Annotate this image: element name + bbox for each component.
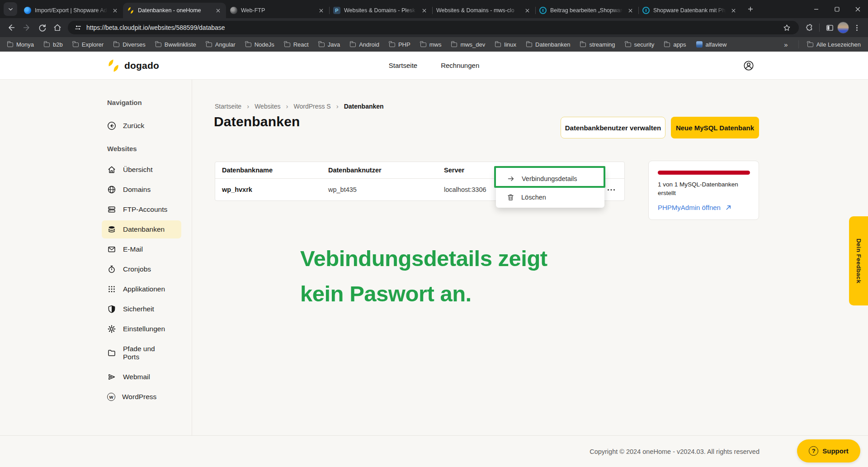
sidebar-item-uebersicht[interactable]: Übersicht [102, 161, 181, 179]
browser-tab[interactable]: Web-FTP [226, 3, 329, 18]
breadcrumb-wordpress[interactable]: WordPress S [293, 103, 330, 110]
profile-avatar[interactable] [837, 22, 849, 33]
menu-item-loeschen[interactable]: Löschen [496, 188, 604, 206]
alfaview-avatar-icon [696, 41, 703, 48]
close-window-button[interactable] [847, 0, 868, 18]
tab-close-icon[interactable] [524, 7, 531, 14]
breadcrumb-websites[interactable]: Websites [255, 103, 280, 110]
browser-menu-icon[interactable] [849, 20, 864, 35]
bookmark-item[interactable]: NodeJs [245, 41, 274, 48]
side-panel-icon[interactable] [822, 20, 837, 35]
bookmark-item[interactable]: alfaview [696, 41, 727, 48]
bookmark-item[interactable]: mws [420, 41, 442, 48]
home-icon [107, 165, 116, 174]
bookmark-label: PHP [398, 41, 410, 48]
nav-startseite[interactable]: Startseite [389, 62, 417, 69]
tab-close-icon[interactable] [420, 7, 428, 14]
bookmark-item[interactable]: Angular [206, 41, 236, 48]
support-button[interactable]: ? Support [797, 439, 860, 462]
tab-close-icon[interactable] [627, 7, 634, 14]
feedback-tab[interactable]: Dein Feedback [849, 216, 868, 305]
bookmark-item[interactable]: PHP [389, 41, 410, 48]
shopware-hex-favicon [642, 7, 650, 14]
bookmark-item[interactable]: Diverses [113, 41, 146, 48]
sidebar-item-zurueck[interactable]: Zurück [102, 117, 181, 135]
sidebar-item-domains[interactable]: Domains [102, 181, 181, 199]
browser-tab-strip: Import/Export | Shopware Adm Datenbanken… [0, 0, 868, 18]
sidebar-item-label: Applikationen [123, 285, 165, 293]
phpmyadmin-link[interactable]: PHPMyAdmin öffnen [658, 204, 750, 211]
sidebar-item-pfade-und-ports[interactable]: Pfade und Ports [102, 340, 181, 366]
server-icon [107, 205, 116, 214]
bookmark-item[interactable]: Java [319, 41, 340, 48]
sidebar-item-wordpress[interactable]: W WordPress [102, 388, 181, 406]
bookmark-item[interactable]: security [625, 41, 655, 48]
bookmark-item[interactable]: apps [664, 41, 686, 48]
reload-button[interactable] [34, 20, 50, 35]
database-icon [107, 225, 116, 234]
sidebar-item-cronjobs[interactable]: Cronjobs [102, 260, 181, 278]
row-actions-menu-icon[interactable] [605, 185, 617, 194]
folder-icon [664, 43, 670, 47]
globe-icon [107, 185, 116, 194]
nav-rechnungen[interactable]: Rechnungen [441, 62, 479, 69]
forward-button[interactable] [19, 20, 34, 35]
browser-tab[interactable]: P Websites & Domains - Plesk Ob [329, 3, 432, 18]
breadcrumb-startseite[interactable]: Startseite [215, 103, 241, 110]
bookmarks-overflow-chevron[interactable]: » [782, 41, 789, 48]
usage-progress-bar [658, 171, 750, 175]
bookmark-label: alfaview [706, 41, 727, 48]
bookmark-star-icon[interactable] [781, 22, 793, 33]
tab-close-icon[interactable] [317, 7, 325, 14]
bookmark-item[interactable]: mws_dev [451, 41, 485, 48]
sidebar-item-datenbanken[interactable]: Datenbanken [102, 220, 181, 238]
folder-icon [206, 43, 212, 47]
menu-item-verbindungsdetails[interactable]: Verbindungsdetails [496, 169, 604, 188]
extensions-icon[interactable] [802, 20, 817, 35]
bookmark-item[interactable]: streaming [580, 41, 615, 48]
browser-tab[interactable]: Shopware Datenbank mit PhpM [638, 3, 741, 18]
account-icon[interactable] [743, 60, 755, 71]
bookmark-item[interactable]: Android [350, 41, 379, 48]
bookmarks-divider [798, 40, 799, 48]
tab-close-icon[interactable] [730, 7, 737, 14]
app-nav: Startseite Rechnungen [389, 52, 479, 79]
tab-search-button[interactable] [4, 2, 17, 16]
sidebar-item-label: WordPress [122, 393, 156, 401]
sidebar-item-label: Cronjobs [123, 265, 151, 273]
bookmark-item[interactable]: React [284, 41, 309, 48]
browser-tab[interactable]: Import/Export | Shopware Adm [20, 3, 123, 18]
arrow-right-icon [507, 175, 514, 182]
tab-close-icon[interactable] [214, 7, 222, 14]
bookmark-item[interactable]: Datenbanken [526, 41, 570, 48]
home-button[interactable] [50, 20, 65, 35]
maximize-button[interactable] [826, 0, 847, 18]
address-bar[interactable]: https://beta.cloudpit.io/websites/588599… [68, 21, 799, 34]
tab-title: Websites & Domains - mws-clo [436, 7, 520, 14]
sidebar-item-ftp-accounts[interactable]: FTP-Accounts [102, 200, 181, 219]
minimize-button[interactable] [806, 0, 826, 18]
sidebar-item-einstellungen[interactable]: Einstellungen [102, 320, 181, 338]
sidebar-item-email[interactable]: E-Mail [102, 240, 181, 258]
sidebar-item-sicherheit[interactable]: Sicherheit [102, 300, 181, 318]
browser-tab[interactable]: Beitrag bearbeiten „Shopware [535, 3, 638, 18]
browser-tab-active[interactable]: Datenbanken - oneHome [123, 3, 226, 18]
bookmark-item[interactable]: Bwwlinkliste [156, 41, 196, 48]
bookmark-item[interactable]: linux [495, 41, 516, 48]
trash-icon [507, 194, 514, 201]
all-bookmarks-button[interactable]: Alle Lesezeichen [807, 41, 861, 48]
back-button[interactable] [4, 20, 19, 35]
dogado-logo[interactable]: dogado [107, 59, 159, 72]
browser-tab[interactable]: Websites & Domains - mws-clo [432, 3, 535, 18]
tune-icon [74, 24, 82, 32]
bookmark-item[interactable]: Monya [7, 41, 34, 48]
sidebar-item-applikationen[interactable]: Applikationen [102, 280, 181, 298]
manage-db-users-button[interactable]: Datenbankbenutzer verwalten [561, 117, 665, 138]
bookmark-item[interactable]: b2b [44, 41, 63, 48]
new-tab-button[interactable] [744, 3, 757, 15]
sidebar-item-webmail[interactable]: Webmail [102, 368, 181, 386]
bookmark-label: React [293, 41, 309, 48]
bookmark-item[interactable]: Explorer [73, 41, 104, 48]
tab-close-icon[interactable] [111, 7, 119, 14]
new-mysql-db-button[interactable]: Neue MySQL Datenbank [671, 117, 759, 138]
